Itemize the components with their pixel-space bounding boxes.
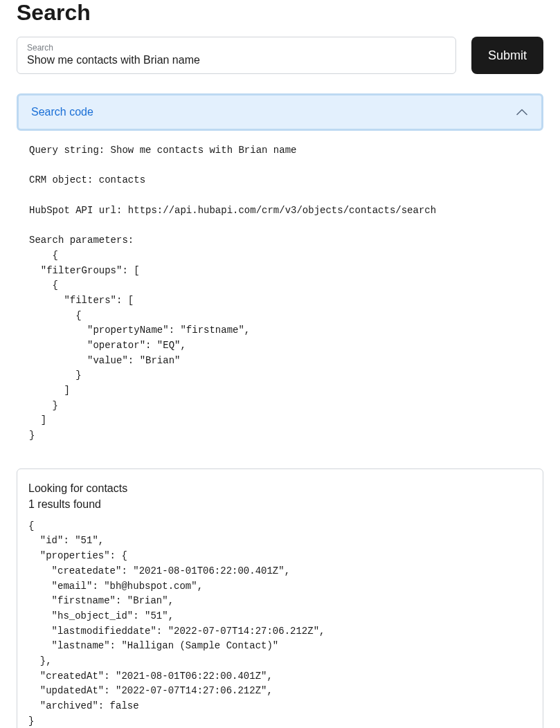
search-code-accordion-header[interactable]: Search code [17,93,543,131]
accordion-title: Search code [31,106,93,118]
results-count: 1 results found [28,498,532,511]
search-field-wrapper[interactable]: Search [17,37,456,74]
chevron-up-icon [515,105,529,119]
results-heading: Looking for contacts [28,480,532,497]
page-title: Search [17,0,543,26]
results-json: { "id": "51", "properties": { "createdat… [28,519,532,728]
search-input[interactable] [27,54,446,66]
results-card: Looking for contacts 1 results found { "… [17,468,543,728]
search-label: Search [27,43,446,53]
search-code-block: Query string: Show me contacts with Bria… [17,138,543,456]
submit-button[interactable]: Submit [471,37,543,74]
search-row: Search Submit [17,37,543,74]
